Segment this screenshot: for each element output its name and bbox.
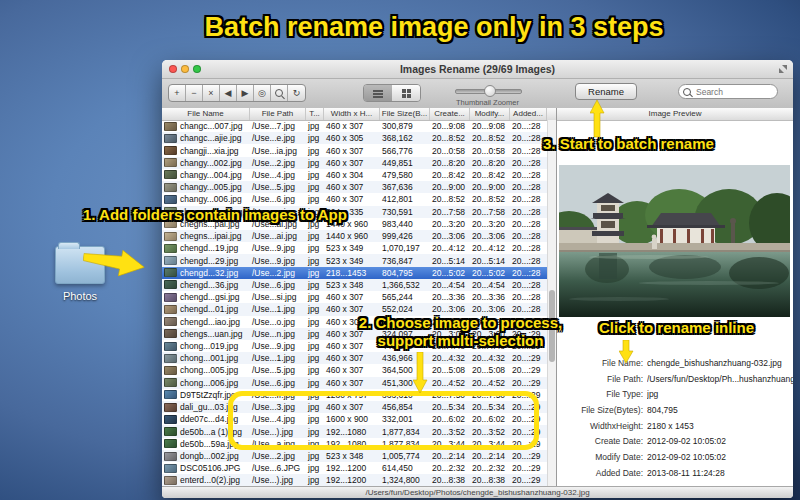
cell-added-date: 20...:29	[510, 475, 547, 485]
cell-modify-date: 20...9:08	[470, 121, 510, 131]
step2-annotation: 2. Choose image to process, support mult…	[348, 314, 573, 350]
minimize-window-button[interactable]	[181, 65, 189, 73]
preview-button[interactable]: ◎	[254, 85, 271, 101]
cell-file-path: /Use...6.jpg	[250, 378, 306, 388]
window-title: Images Rename (29/69 Images)	[222, 63, 733, 75]
column-file-size[interactable]: File Size(B...	[380, 108, 430, 120]
table-row[interactable]: changy...006.jpg /Use...6.jpg jpg 460 x …	[162, 193, 547, 205]
cell-file-path: /Use...6.jpg	[250, 194, 306, 204]
slider-knob[interactable]	[484, 85, 496, 97]
cell-file-name: chong...005.jpg	[178, 365, 250, 375]
column-file-path[interactable]: File Path	[250, 108, 306, 120]
next-button[interactable]: ▶	[237, 85, 254, 101]
grid-view-button[interactable]	[392, 85, 420, 101]
table-row[interactable]: chong...001.jpg /Use...1.jpg jpg 460 x 3…	[162, 352, 547, 364]
thumbnail-zoomer-slider[interactable]	[455, 89, 522, 94]
thumbnail-image	[164, 439, 177, 448]
cell-dimensions: 460 x 307	[324, 146, 380, 156]
cell-create-date: 20...4:52	[430, 378, 470, 388]
table-row[interactable]: enterd...0(2).jpg /Use...).jpg jpg 192..…	[162, 474, 547, 486]
table-row[interactable]: chong...005.jpg /Use...5.jpg jpg 460 x 3…	[162, 364, 547, 376]
column-create-date[interactable]: Create...	[430, 108, 470, 120]
cell-file-name: dongb...002.jpg	[178, 451, 250, 461]
zoom-window-button[interactable]	[193, 65, 201, 73]
add-button[interactable]: +	[169, 85, 186, 101]
column-type[interactable]: T...	[306, 108, 324, 120]
metadata-row: File Path: /Users/fun/Desktop/Ph...husha…	[557, 371, 793, 387]
table-row[interactable]: changc...007.jpg /Use...7.jpg jpg 460 x …	[162, 120, 547, 132]
file-name-inline-edit[interactable]: chengde_bishushanzhuang-032.jpg	[647, 358, 793, 368]
thumbnail-image	[164, 183, 177, 192]
table-row[interactable]: chengd...29.jpg /Use...9.jpg jpg 523 x 3…	[162, 254, 547, 266]
column-modify-date[interactable]: Modify...	[470, 108, 510, 120]
metadata-label: File Path:	[557, 374, 647, 384]
folder-label: Photos	[48, 290, 112, 302]
metadata-value: jpg	[647, 389, 793, 399]
thumbnail-image	[164, 354, 177, 363]
cell-dimensions: 460 x 307	[324, 194, 380, 204]
delete-button[interactable]: ×	[203, 85, 220, 101]
cell-added-date: 20...:28	[510, 219, 547, 229]
search-button[interactable]	[271, 85, 288, 101]
cell-dimensions: 523 x 348	[324, 280, 380, 290]
column-file-name[interactable]: File Name	[162, 108, 250, 120]
cell-file-path: /Use...si.jpg	[250, 292, 306, 302]
cell-modify-date: 20...0:58	[470, 146, 510, 156]
search-field[interactable]	[678, 84, 778, 99]
refresh-button[interactable]: ↻	[288, 85, 305, 101]
thumbnail-image	[164, 122, 177, 131]
cell-file-path: /Use...4.jpg	[250, 170, 306, 180]
cell-type: jpg	[306, 475, 324, 485]
table-row[interactable]: chengd...32.jpg /Use...2.jpg jpg 218...1…	[162, 267, 547, 279]
cell-dimensions: 460 x 307	[324, 304, 380, 314]
metadata-row: Modify Date: 2012-09-02 10:05:02	[557, 449, 793, 465]
rename-button[interactable]: Rename	[575, 83, 637, 100]
table-row[interactable]: changy...004.jpg /Use...4.jpg jpg 460 x …	[162, 169, 547, 181]
cell-create-date: 20...3:36	[430, 292, 470, 302]
cell-added-date: 20...:29	[510, 353, 547, 363]
cell-dimensions: 523 x 349	[324, 256, 380, 266]
thumbnail-image	[164, 378, 177, 387]
search-icon	[275, 89, 283, 97]
column-added-date[interactable]: Added...	[510, 108, 547, 120]
thumbnail-image	[164, 232, 177, 241]
cell-type: jpg	[306, 243, 324, 253]
table-row[interactable]: chegns...ipai.jpg /Use...ai.jpg jpg 1440…	[162, 230, 547, 242]
cell-added-date: 20...:28	[510, 170, 547, 180]
cell-type: jpg	[306, 304, 324, 314]
cell-added-date: 20...:28	[510, 121, 547, 131]
cell-create-date: 20...5:14	[430, 256, 470, 266]
step2-arrow-icon	[413, 352, 428, 394]
resize-icon[interactable]	[778, 64, 788, 74]
cell-modify-date: 20...9:00	[470, 182, 510, 192]
table-row[interactable]: chengd...19.jpg /Use...9.jpg jpg 523 x 3…	[162, 242, 547, 254]
table-row[interactable]: changji...xia.jpg /Use...ia.jpg jpg 460 …	[162, 144, 547, 156]
cell-added-date: 20...:28	[510, 268, 547, 278]
table-row[interactable]: chong...006.jpg /Use...6.jpg jpg 460 x 3…	[162, 377, 547, 389]
cell-dimensions: 460 x 307	[324, 182, 380, 192]
search-input[interactable]	[694, 86, 773, 98]
table-row[interactable]: DSC05106.JPG /Use...6.JPG jpg 192...1200…	[162, 462, 547, 474]
cell-dimensions: 460 x 307	[324, 365, 380, 375]
cell-create-date: 20...3:06	[430, 304, 470, 314]
column-dimensions[interactable]: Width x H...	[324, 108, 380, 120]
metadata-value: 2013-08-11 11:24:28	[647, 468, 793, 478]
cell-file-path: /Use...2.jpg	[250, 451, 306, 461]
cell-modify-date: 20...3:20	[470, 219, 510, 229]
prev-button[interactable]: ◀	[220, 85, 237, 101]
cell-file-name: chengd...iao.jpg	[178, 317, 250, 327]
table-scrollbar[interactable]	[547, 120, 556, 487]
table-row[interactable]: chengd...36.jpg /Use...6.jpg jpg 523 x 3…	[162, 279, 547, 291]
remove-button[interactable]: −	[186, 85, 203, 101]
metadata-row: WidthxHeight: 2180 x 1453	[557, 418, 793, 434]
cell-modify-date: 20...2:32	[470, 463, 510, 473]
close-window-button[interactable]	[169, 65, 177, 73]
table-row[interactable]: changy...005.jpg /Use...5.jpg jpg 460 x …	[162, 181, 547, 193]
list-view-button[interactable]	[364, 85, 392, 101]
table-row[interactable]: chengd...gsi.jpg /Use...si.jpg jpg 460 x…	[162, 291, 547, 303]
cell-file-size: 1,366,532	[380, 280, 430, 290]
table-row[interactable]: changy...002.jpg /Use...2.jpg jpg 460 x …	[162, 157, 547, 169]
cell-modify-date: 20...4:12	[470, 243, 510, 253]
table-row[interactable]: changc...ajie.jpg /Use...e.jpg jpg 460 x…	[162, 132, 547, 144]
table-row[interactable]: dongb...002.jpg /Use...2.jpg jpg 523 x 3…	[162, 450, 547, 462]
